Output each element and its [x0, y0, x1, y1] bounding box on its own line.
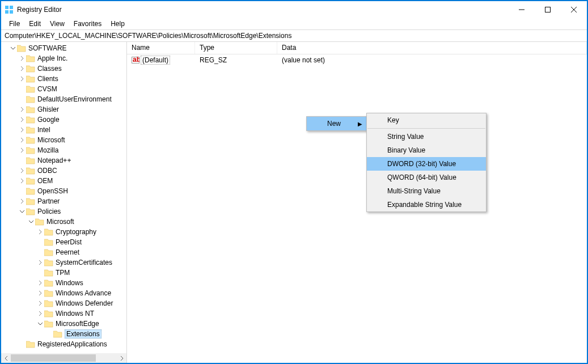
tree-item[interactable]: ODBC: [1, 166, 126, 176]
submenu-item[interactable]: DWORD (32-bit) Value: [367, 157, 486, 171]
tree-item[interactable]: Intel: [1, 125, 126, 135]
tree-item[interactable]: OpenSSH: [1, 186, 126, 196]
tree-item-label: SystemCertificates: [56, 259, 112, 266]
menu-edit[interactable]: Edit: [24, 19, 45, 29]
menu-file[interactable]: File: [5, 19, 24, 29]
address-bar[interactable]: Computer\HKEY_LOCAL_MACHINE\SOFTWARE\Pol…: [1, 29, 587, 42]
menu-help[interactable]: Help: [106, 19, 129, 29]
collapse-icon[interactable]: [19, 209, 26, 214]
tree-item-label: OpenSSH: [37, 187, 68, 195]
scroll-left-icon[interactable]: [1, 353, 11, 363]
context-submenu: KeyString ValueBinary ValueDWORD (32-bit…: [366, 113, 487, 212]
value-row[interactable]: ab (Default) REG_SZ (value not set): [127, 54, 587, 66]
expand-icon[interactable]: [19, 127, 26, 133]
scroll-right-icon[interactable]: [117, 353, 126, 363]
folder-icon: [26, 146, 35, 154]
collapse-icon[interactable]: [37, 321, 44, 327]
tree-item[interactable]: PeerDist: [1, 237, 126, 247]
submenu-item[interactable]: Multi-String Value: [367, 184, 486, 198]
folder-icon: [26, 208, 35, 215]
expand-icon[interactable]: [19, 168, 26, 173]
submenu-item[interactable]: Key: [367, 113, 486, 127]
collapse-icon[interactable]: [28, 219, 35, 225]
expand-icon[interactable]: [19, 66, 26, 71]
tree-item[interactable]: Policies: [1, 206, 126, 217]
scroll-track[interactable]: [11, 353, 117, 363]
tree-item[interactable]: Microsoft: [1, 217, 126, 227]
tree-item[interactable]: SOFTWARE: [1, 43, 126, 53]
tree-item-label: PeerDist: [56, 238, 82, 246]
col-header-data[interactable]: Data: [277, 42, 587, 54]
list-header: Name Type Data: [127, 42, 587, 54]
tree-item[interactable]: RegisteredApplications: [1, 339, 126, 349]
menu-favorites[interactable]: Favorites: [69, 19, 106, 29]
tree-item[interactable]: OEM: [1, 176, 126, 186]
expand-icon[interactable]: [37, 280, 44, 286]
tree-item[interactable]: Ghisler: [1, 104, 126, 115]
tree-item[interactable]: MicrosoftEdge: [1, 319, 126, 329]
submenu-item-label: Key: [387, 116, 399, 124]
expand-icon[interactable]: [37, 229, 44, 235]
expand-icon[interactable]: [19, 147, 26, 153]
folder-icon: [26, 167, 35, 175]
tree-item[interactable]: Windows Defender: [1, 298, 126, 308]
tree-hscrollbar[interactable]: [1, 353, 126, 363]
expand-icon[interactable]: [19, 76, 26, 82]
svg-rect-0: [5, 6, 9, 9]
tree-item[interactable]: Google: [1, 115, 126, 125]
tree-item[interactable]: Windows NT: [1, 308, 126, 319]
tree-item[interactable]: Mozilla: [1, 145, 126, 155]
tree-item-label: Peernet: [56, 248, 79, 256]
context-menu-new: New ▶: [306, 116, 367, 131]
expand-icon[interactable]: [19, 56, 26, 61]
tree-item[interactable]: DefaultUserEnvironment: [1, 94, 126, 104]
scroll-thumb[interactable]: [11, 354, 96, 362]
minimize-button[interactable]: [509, 1, 535, 18]
maximize-button[interactable]: [535, 1, 561, 18]
submenu-item[interactable]: QWORD (64-bit) Value: [367, 171, 486, 184]
expand-icon[interactable]: [37, 311, 44, 316]
submenu-item[interactable]: Expandable String Value: [367, 198, 486, 211]
tree-item[interactable]: Notepad++: [1, 155, 126, 166]
submenu-item[interactable]: String Value: [367, 130, 486, 143]
submenu-item[interactable]: Binary Value: [367, 143, 486, 157]
expand-icon[interactable]: [37, 290, 44, 296]
expand-icon[interactable]: [19, 107, 26, 112]
tree-item[interactable]: Apple Inc.: [1, 53, 126, 64]
expand-icon[interactable]: [19, 117, 26, 122]
registry-editor-window: Registry Editor File Edit View Favorites…: [0, 0, 588, 364]
folder-icon: [26, 177, 35, 185]
close-button[interactable]: [561, 1, 587, 18]
expand-icon[interactable]: [37, 260, 44, 265]
tree-item-label: Microsoft: [46, 218, 74, 226]
registry-tree[interactable]: SOFTWAREApple Inc.ClassesClientsCVSMDefa…: [1, 42, 126, 349]
tree-item[interactable]: SystemCertificates: [1, 257, 126, 268]
expand-icon[interactable]: [19, 198, 26, 204]
folder-icon: [44, 310, 53, 318]
folder-icon: [26, 54, 35, 62]
tree-item[interactable]: CVSM: [1, 84, 126, 94]
tree-item[interactable]: Partner: [1, 196, 126, 206]
expand-icon[interactable]: [37, 300, 44, 306]
menu-item-new[interactable]: New ▶: [307, 117, 367, 130]
col-header-type[interactable]: Type: [195, 42, 277, 54]
menu-view[interactable]: View: [45, 19, 69, 29]
svg-rect-3: [10, 10, 13, 14]
tree-item[interactable]: Extensions: [1, 329, 126, 339]
tree-item[interactable]: Peernet: [1, 247, 126, 257]
folder-icon: [26, 156, 35, 164]
col-header-name[interactable]: Name: [127, 42, 195, 54]
tree-item[interactable]: Windows Advance: [1, 288, 126, 298]
tree-item[interactable]: Microsoft: [1, 135, 126, 145]
expand-icon[interactable]: [19, 178, 26, 184]
tree-item[interactable]: Cryptography: [1, 227, 126, 237]
expand-icon[interactable]: [19, 137, 26, 143]
tree-item-label: Ghisler: [37, 105, 59, 113]
tree-item-label: Mozilla: [37, 146, 58, 154]
tree-item[interactable]: TPM: [1, 268, 126, 278]
collapse-icon[interactable]: [10, 45, 17, 51]
string-value-icon: ab: [132, 56, 139, 64]
tree-item[interactable]: Clients: [1, 74, 126, 84]
tree-item[interactable]: Windows: [1, 278, 126, 288]
tree-item[interactable]: Classes: [1, 64, 126, 74]
